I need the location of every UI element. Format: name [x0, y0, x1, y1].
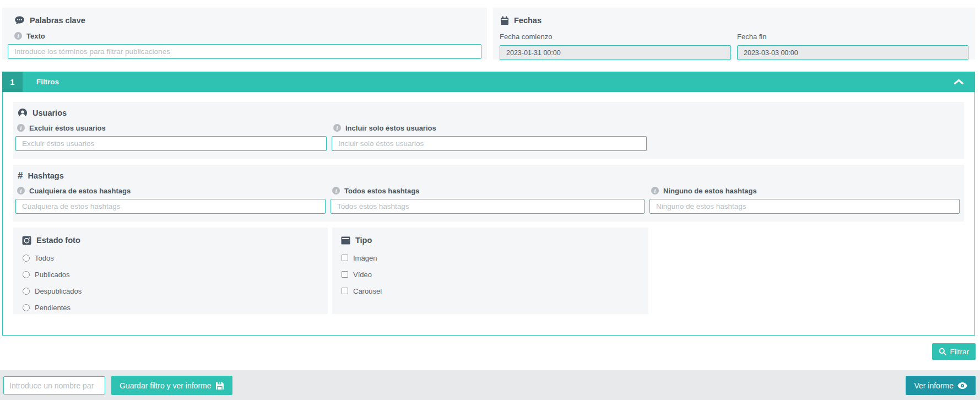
text-field-label-row: i Texto [8, 31, 481, 40]
date-start-input[interactable] [500, 45, 731, 60]
hashtags-any-input[interactable] [15, 199, 326, 214]
radio-option-despublicados[interactable]: Despublicados [23, 287, 319, 295]
checkbox[interactable] [342, 255, 348, 261]
checkbox-option-video[interactable]: Vídeo [342, 270, 640, 279]
hashtag-icon: # [18, 171, 23, 180]
checkbox-label: Vídeo [353, 271, 372, 279]
hashtags-all-input[interactable] [331, 199, 645, 214]
users-include-column: i Incluir solo éstos usuarios [332, 118, 647, 151]
photo-state-header: Estado foto [22, 235, 319, 246]
hashtags-all-column: i Todos estos hashtags [331, 181, 645, 214]
type-title: Tipo [355, 236, 372, 245]
users-include-label-row: i Incluir solo éstos usuarios [332, 123, 647, 132]
type-header: Tipo [341, 235, 640, 246]
checkbox-label: Imágen [353, 254, 377, 262]
keywords-input[interactable] [8, 44, 481, 59]
photo-state-title: Estado foto [36, 236, 80, 245]
users-section: Usuarios i Excluir éstos usuarios i Incl… [13, 102, 964, 159]
users-exclude-input[interactable] [15, 136, 327, 151]
collapse-button[interactable] [954, 79, 964, 85]
hashtags-any-column: i Cualquiera de estos hashtags [15, 181, 326, 214]
date-columns: Fecha comienzo Fecha fin [500, 31, 968, 60]
step-number-badge: 1 [2, 72, 23, 92]
filters-section-header: 1 Filtros [2, 72, 975, 92]
users-columns: i Excluir éstos usuarios i Incluir solo … [15, 118, 960, 151]
chat-bubble-icon [14, 15, 25, 25]
chevron-up-icon [954, 79, 964, 85]
hashtags-any-label: Cualquiera de estos hashtags [29, 187, 131, 195]
dates-panel: Fechas Fecha comienzo Fecha fin [493, 8, 975, 60]
users-exclude-column: i Excluir éstos usuarios [15, 118, 327, 151]
text-field-label: Texto [26, 32, 45, 40]
radio-button[interactable] [23, 288, 30, 295]
hashtags-title: Hashtags [28, 171, 63, 180]
users-exclude-label: Excluir éstos usuarios [29, 124, 106, 132]
filter-button-label: Filtrar [950, 348, 970, 356]
keywords-panel: Palabras clave i Texto [2, 8, 487, 60]
hashtags-all-label: Todos estos hashtags [344, 187, 419, 195]
camera-icon [22, 236, 31, 245]
checkbox[interactable] [342, 271, 348, 278]
hashtags-none-column: i Ninguno de estos hashtags [649, 181, 960, 214]
users-title: Usuarios [33, 109, 67, 117]
radio-option-pendientes[interactable]: Pendientes [23, 303, 319, 312]
radio-label: Despublicados [35, 287, 82, 295]
checkbox[interactable] [342, 288, 348, 294]
top-row: Palabras clave i Texto Fechas Fecha comi… [2, 8, 975, 60]
radio-option-todos[interactable]: Todos [23, 253, 319, 262]
users-include-label: Incluir solo éstos usuarios [345, 124, 436, 132]
date-start-column: Fecha comienzo [500, 31, 731, 60]
view-report-button[interactable]: Ver informe [906, 376, 976, 395]
radio-label: Todos [35, 254, 54, 262]
bottom-action-bar: Guardar filtro y ver informe Ver informe [0, 370, 980, 400]
save-filter-button-label: Guardar filtro y ver informe [120, 381, 212, 390]
date-end-column: Fecha fin [737, 31, 968, 60]
date-end-input[interactable] [737, 45, 968, 60]
users-header: Usuarios [15, 107, 960, 118]
radio-button[interactable] [23, 271, 30, 278]
info-icon: i [17, 124, 25, 132]
checkbox-label: Carousel [353, 287, 382, 295]
hashtags-none-label-row: i Ninguno de estos hashtags [649, 186, 960, 195]
hashtags-none-input[interactable] [649, 199, 960, 214]
radio-option-publicados[interactable]: Publicados [23, 270, 319, 279]
archive-box-icon [341, 236, 350, 245]
dates-header: Fechas [500, 15, 968, 26]
save-filter-button[interactable]: Guardar filtro y ver informe [111, 376, 232, 395]
eye-icon [957, 382, 967, 389]
info-icon: i [651, 187, 659, 194]
checkbox-option-carousel[interactable]: Carousel [342, 287, 640, 295]
keywords-title: Palabras clave [30, 16, 85, 25]
filters-title: Filtros [36, 78, 59, 86]
filters-panel-body: Usuarios i Excluir éstos usuarios i Incl… [2, 92, 975, 336]
save-floppy-icon [215, 381, 224, 390]
keywords-header: Palabras clave [8, 15, 481, 26]
hashtags-none-label: Ninguno de estos hashtags [663, 187, 757, 195]
search-icon [939, 348, 946, 355]
filter-name-input[interactable] [3, 376, 105, 394]
user-circle-icon [18, 108, 28, 118]
info-icon: i [332, 187, 340, 194]
date-end-label: Fecha fin [737, 33, 766, 41]
users-include-input[interactable] [332, 136, 647, 151]
dates-title: Fechas [514, 16, 542, 25]
type-section: Tipo Imágen Vídeo Carousel [332, 228, 648, 314]
info-icon: i [17, 187, 25, 194]
hashtags-any-label-row: i Cualquiera de estos hashtags [15, 186, 326, 195]
filter-button[interactable]: Filtrar [932, 343, 976, 360]
radio-label: Publicados [35, 271, 70, 279]
checkbox-option-imagen[interactable]: Imágen [342, 253, 640, 262]
hashtags-all-label-row: i Todos estos hashtags [331, 186, 645, 195]
radio-button[interactable] [23, 255, 30, 262]
radio-button[interactable] [23, 304, 30, 311]
state-type-row: Estado foto Todos Publicados Despublicad… [13, 228, 964, 314]
info-icon: i [14, 32, 22, 40]
view-report-button-label: Ver informe [914, 381, 954, 390]
filter-page: Palabras clave i Texto Fechas Fecha comi… [0, 0, 980, 400]
photo-state-section: Estado foto Todos Publicados Despublicad… [13, 228, 328, 314]
calendar-icon [500, 16, 509, 25]
users-exclude-label-row: i Excluir éstos usuarios [15, 123, 327, 132]
info-icon: i [333, 124, 341, 132]
hashtags-section: # Hashtags i Cualquiera de estos hashtag… [13, 165, 964, 221]
hashtags-columns: i Cualquiera de estos hashtags i Todos e… [15, 181, 960, 214]
